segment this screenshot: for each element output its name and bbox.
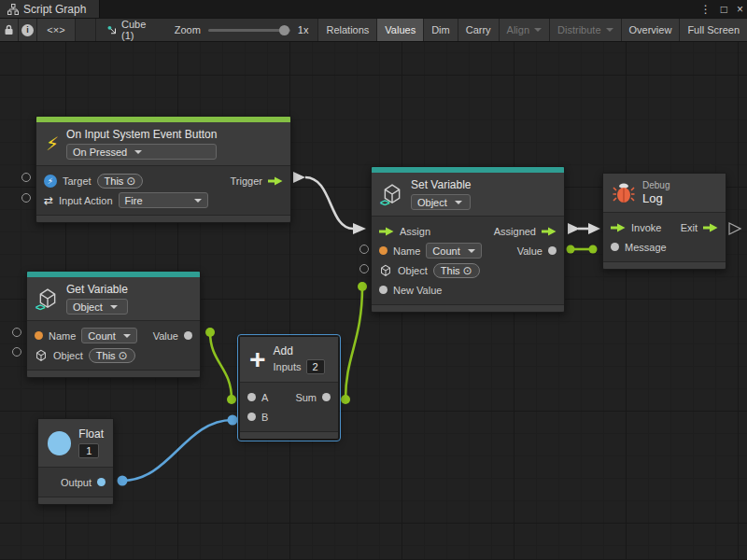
- pill-value: This: [441, 265, 460, 276]
- exit-label: Exit: [681, 222, 698, 233]
- pill-value: This: [105, 175, 124, 187]
- node-debug-log[interactable]: Debug Log Invoke Exit Message: [602, 173, 726, 270]
- lock-icon: [4, 24, 14, 35]
- setvariable-newvalue-port[interactable]: [358, 282, 367, 291]
- name-dropdown[interactable]: Count: [426, 243, 481, 259]
- value-port[interactable]: [184, 331, 192, 340]
- sum-label: Sum: [295, 392, 317, 403]
- b-port[interactable]: [247, 413, 256, 421]
- node-get-variable[interactable]: <> Get Variable Object Name Count Value …: [26, 271, 201, 378]
- node-title: Get Variable: [66, 283, 128, 296]
- node-add[interactable]: + Add Inputs 2 A Sum B: [239, 336, 339, 440]
- trigger-wire-dest-arrow[interactable]: [353, 223, 366, 234]
- message-port[interactable]: [611, 243, 619, 251]
- event-target-ext-port[interactable]: [21, 173, 31, 182]
- trigger-wire-source-arrow[interactable]: [293, 172, 305, 183]
- kebab-menu-icon[interactable]: ⋮: [700, 3, 712, 16]
- dropdown-value: Object: [417, 197, 447, 208]
- graph-canvas[interactable]: ⚡ On Input System Event Button On Presse…: [0, 42, 747, 559]
- zoom-slider-handle[interactable]: [279, 25, 289, 35]
- value-port[interactable]: [548, 246, 557, 255]
- debug-exit-stub-arrow[interactable]: [729, 223, 740, 234]
- input-action-dropdown[interactable]: Fire: [119, 192, 208, 208]
- bug-icon: [613, 183, 635, 203]
- new-value-port[interactable]: [379, 286, 388, 294]
- message-input-port[interactable]: [589, 245, 598, 254]
- close-icon[interactable]: ×: [737, 3, 743, 16]
- output-label: Output: [61, 477, 92, 488]
- script-graph-icon: [7, 4, 19, 15]
- target-this-pill[interactable]: This⊙: [97, 174, 144, 189]
- lock-button[interactable]: [0, 19, 19, 41]
- a-port[interactable]: [247, 393, 256, 401]
- assign-input-arrow[interactable]: [379, 227, 394, 236]
- toolbar: i <×> Cube (1) Zoom 1x Relations Values …: [0, 18, 747, 42]
- dropdown-value: Object: [73, 301, 103, 313]
- chevron-down-icon: [134, 150, 142, 154]
- object-this-pill[interactable]: This⊙: [433, 263, 480, 278]
- toolbar-button-carry[interactable]: Carry: [458, 19, 500, 41]
- setvariable-name-ext-port[interactable]: [359, 245, 369, 254]
- input-action-label: Input Action: [59, 195, 113, 206]
- exit-output-arrow[interactable]: [703, 223, 718, 232]
- name-port[interactable]: [379, 246, 388, 255]
- node-set-variable[interactable]: <> Set Variable Object Assign Assigned N…: [371, 166, 565, 313]
- add-b-port[interactable]: [228, 415, 238, 426]
- getvariable-object-ext-port[interactable]: [12, 347, 21, 357]
- event-inputaction-ext-port[interactable]: [21, 193, 31, 203]
- add-a-port[interactable]: [227, 395, 236, 404]
- input-action-icon: ⇄: [44, 194, 53, 207]
- chevron-down-icon: [455, 201, 462, 204]
- target-icon: ⊙: [119, 349, 128, 362]
- code-view-button[interactable]: <×>: [37, 19, 76, 41]
- toolbar-button-values[interactable]: Values: [377, 19, 424, 41]
- variable-scope-dropdown[interactable]: Object: [411, 194, 471, 210]
- object-cube-icon: [379, 264, 392, 277]
- breadcrumb[interactable]: Cube (1): [96, 19, 165, 41]
- node-on-input-system-event[interactable]: ⚡ On Input System Event Button On Presse…: [35, 116, 291, 223]
- toolbar-button-relations[interactable]: Relations: [318, 19, 377, 41]
- event-mode-dropdown[interactable]: On Pressed: [66, 144, 217, 160]
- object-label: Object: [53, 350, 83, 361]
- button-label: Relations: [326, 24, 369, 35]
- value-output-port[interactable]: [567, 245, 575, 254]
- name-port[interactable]: [35, 331, 43, 340]
- chevron-down-icon: [194, 199, 202, 203]
- toolbar-button-dim[interactable]: Dim: [424, 19, 458, 41]
- tab-script-graph[interactable]: Script Graph: [0, 0, 100, 18]
- node-float[interactable]: Float 1 Output: [37, 418, 114, 505]
- inputs-label: Inputs: [274, 361, 302, 372]
- toolbar-button-distribute[interactable]: Distribute: [550, 19, 621, 41]
- invoke-input-arrow[interactable]: [611, 223, 626, 232]
- chevron-down-icon: [606, 28, 613, 32]
- info-button[interactable]: i: [19, 19, 37, 41]
- toolbar-button-fullscreen[interactable]: Full Screen: [680, 19, 747, 41]
- inputs-count-field[interactable]: 2: [306, 359, 325, 374]
- getvariable-value-port[interactable]: [205, 328, 215, 337]
- maximize-icon[interactable]: □: [721, 3, 727, 16]
- toolbar-button-align[interactable]: Align: [500, 19, 550, 41]
- assigned-output-arrow[interactable]: [542, 227, 557, 236]
- sum-port[interactable]: [322, 393, 331, 401]
- trigger-output-arrow[interactable]: [268, 176, 283, 186]
- node-title: Set Variable: [411, 178, 471, 191]
- name-label: Name: [49, 330, 76, 342]
- new-value-label: New Value: [393, 285, 442, 296]
- input-system-icon: ⚡: [44, 175, 57, 188]
- name-dropdown[interactable]: Count: [81, 328, 136, 343]
- toolbar-button-overview[interactable]: Overview: [622, 19, 681, 41]
- add-sum-port[interactable]: [341, 395, 350, 404]
- output-port[interactable]: [97, 478, 106, 486]
- code-icon: <>: [380, 198, 389, 208]
- variable-scope-dropdown[interactable]: Object: [66, 299, 128, 315]
- getvariable-name-ext-port[interactable]: [12, 328, 21, 337]
- float-value-field[interactable]: 1: [78, 443, 99, 458]
- chevron-down-icon: [534, 28, 542, 32]
- invoke-wire-dest-arrow[interactable]: [588, 223, 600, 234]
- value-label: Value: [153, 330, 178, 342]
- float-output-port[interactable]: [118, 476, 128, 486]
- object-this-pill[interactable]: This⊙: [89, 348, 135, 363]
- setvariable-object-ext-port[interactable]: [359, 264, 369, 273]
- zoom-slider[interactable]: [208, 29, 290, 32]
- node-footer: [36, 215, 290, 222]
